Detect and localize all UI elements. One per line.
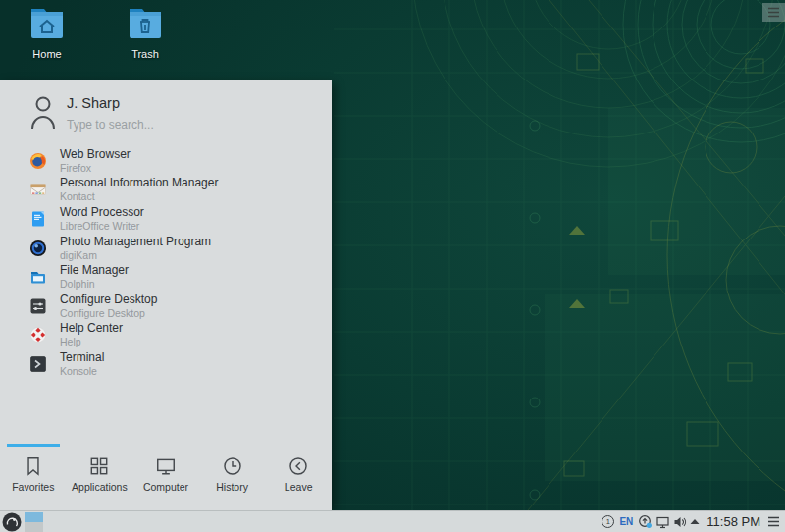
user-name: J. Sharp <box>67 95 120 111</box>
app-title: Personal Information Manager <box>60 177 218 189</box>
launcher-header: J. Sharp Type to search... <box>0 80 332 145</box>
app-title: Web Browser <box>60 148 131 161</box>
desktop-toolbox-button[interactable] <box>762 3 785 22</box>
system-tray: 1 EN <box>602 511 780 532</box>
app-subtitle: Configure Desktop <box>60 307 157 319</box>
application-launcher-menu: J. Sharp Type to search... Web Browser F… <box>0 80 332 510</box>
home-folder-icon <box>26 6 69 43</box>
grid-icon <box>88 455 110 477</box>
app-subtitle: Help <box>60 336 123 347</box>
app-item-terminal[interactable]: Terminal Konsole <box>0 349 332 379</box>
app-subtitle: digiKam <box>60 249 211 261</box>
app-title: Photo Management Program <box>60 236 211 248</box>
libreoffice-writer-icon <box>29 210 47 228</box>
clock-icon <box>222 455 243 477</box>
pager-desktop-2[interactable] <box>25 522 43 532</box>
app-item-photo-management[interactable]: Photo Management Program digiKam <box>0 234 332 263</box>
app-item-help-center[interactable]: Help Center Help <box>0 321 332 350</box>
notifications-icon[interactable]: 1 <box>602 515 614 528</box>
bookmark-icon <box>23 455 44 477</box>
app-subtitle: Kontact <box>60 190 218 202</box>
app-subtitle: Dolphin <box>60 278 129 290</box>
app-item-file-manager[interactable]: File Manager Dolphin <box>0 262 332 292</box>
tab-label: Computer <box>143 481 188 493</box>
desktop-icon-home[interactable]: Home <box>14 6 80 60</box>
software-updates-icon[interactable] <box>638 514 653 529</box>
desktop-screen: Home Trash <box>0 0 785 532</box>
digital-clock[interactable]: 11:58 PM <box>703 514 764 529</box>
digikam-icon <box>29 239 47 257</box>
expand-tray-arrow-icon[interactable] <box>690 518 700 525</box>
active-tab-indicator <box>7 444 60 447</box>
konsole-prompt-icon <box>29 355 47 373</box>
app-title: Configure Desktop <box>60 293 157 306</box>
app-launcher-button[interactable] <box>2 512 22 532</box>
notification-count: 1 <box>602 515 614 528</box>
pager-desktop-1[interactable] <box>25 512 43 522</box>
dolphin-folder-icon <box>29 268 47 286</box>
virtual-desktop-pager[interactable] <box>25 512 43 532</box>
desktop-icon-trash[interactable]: Trash <box>112 6 179 60</box>
tab-computer[interactable]: Computer <box>132 444 199 510</box>
app-title: File Manager <box>60 264 129 277</box>
app-item-word-processor[interactable]: Word Processor LibreOffice Writer <box>0 204 332 234</box>
panel-overflow-menu-icon[interactable] <box>767 516 780 527</box>
desktop-icon-label: Trash <box>112 48 179 60</box>
tab-label: History <box>216 481 248 493</box>
tab-label: Favorites <box>12 481 54 493</box>
app-item-configure-desktop[interactable]: Configure Desktop Configure Desktop <box>0 292 332 321</box>
settings-sliders-icon <box>29 297 47 315</box>
monitor-icon <box>155 455 177 477</box>
network-icon[interactable] <box>655 515 670 529</box>
favorites-app-list: Web Browser Firefox Pe <box>0 146 332 379</box>
keyboard-layout-indicator[interactable]: EN <box>617 516 635 527</box>
app-title: Word Processor <box>60 206 144 219</box>
leave-back-icon <box>288 455 309 477</box>
app-title: Terminal <box>60 351 104 364</box>
trash-folder-icon <box>124 6 167 43</box>
tab-applications[interactable]: Applications <box>67 444 133 510</box>
tab-history[interactable]: History <box>199 444 266 510</box>
volume-icon[interactable] <box>673 515 687 529</box>
taskbar-panel: 1 EN <box>0 510 785 532</box>
kontact-icon <box>29 181 47 198</box>
app-subtitle: Firefox <box>60 162 131 174</box>
tab-label: Leave <box>285 481 313 493</box>
app-item-web-browser[interactable]: Web Browser Firefox <box>0 146 332 176</box>
app-subtitle: Konsole <box>60 365 104 377</box>
tab-favorites[interactable]: Favorites <box>0 444 67 510</box>
desktop-icon-label: Home <box>14 48 80 60</box>
app-item-pim[interactable]: Personal Information Manager Kontact <box>0 176 332 205</box>
launcher-tab-bar: Favorites Applications <box>0 444 332 510</box>
tab-label: Applications <box>72 481 128 493</box>
app-subtitle: LibreOffice Writer <box>60 220 144 232</box>
search-input[interactable]: Type to search... <box>67 118 312 132</box>
app-title: Help Center <box>60 322 123 335</box>
hamburger-menu-icon <box>767 7 780 18</box>
firefox-icon <box>29 152 47 170</box>
help-lifebuoy-icon <box>29 326 47 344</box>
user-avatar-icon <box>30 95 56 131</box>
tab-leave[interactable]: Leave <box>265 444 332 510</box>
